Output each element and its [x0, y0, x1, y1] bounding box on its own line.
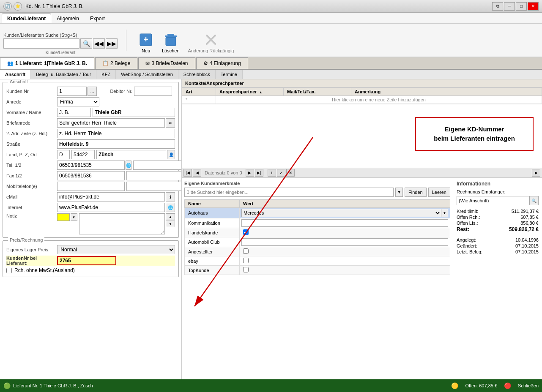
statusbar-left-text: Lieferant Nr. 1 Thiele GbR J. B., Züsch	[13, 383, 93, 388]
eigen-row-handelskunde-name: Handelskunde	[185, 228, 240, 237]
eigen-row-handelskunde-wert[interactable]	[240, 228, 450, 237]
nav-prev-btn[interactable]: ◀	[193, 169, 201, 177]
rch-ohne-mwst-checkbox[interactable]	[6, 268, 12, 273]
anrede-select[interactable]: Firma Herr Frau	[57, 97, 99, 106]
eigen-row-automobil-wert[interactable]	[240, 237, 450, 247]
nav-last-btn[interactable]: ▶|	[255, 169, 263, 177]
aenderung-action: Änderung Rückgängig	[185, 30, 238, 55]
strasse-input[interactable]	[57, 139, 175, 149]
ebay-checkbox[interactable]	[243, 258, 249, 263]
eigen-row-kommunikation-wert[interactable]	[240, 218, 450, 228]
statusbar-schliessen-text[interactable]: Schließen	[518, 383, 539, 388]
notiz-scroll-up[interactable]: ▲	[166, 213, 175, 220]
sub-tab-termine[interactable]: Termine	[216, 70, 243, 79]
section-tab-4[interactable]: ⚙ 4 Einlagerung	[196, 57, 248, 69]
kontakte-header: Kontakte/Ansprechpartner	[182, 79, 542, 87]
section-tab-3[interactable]: ✉ 3 Briefe/Dateien	[138, 57, 195, 69]
kunden-nr-lieferant-input[interactable]	[57, 256, 116, 265]
rechnungs-search-btn[interactable]: 🔍	[529, 196, 539, 205]
section-tab-1[interactable]: 👥 1 Lieferant: 1|Thiele GbR J. B.	[0, 57, 94, 69]
kreditlimit-label: Kreditlimit:	[457, 209, 478, 214]
eigen-row-ebay-name: ebay	[185, 256, 240, 266]
tab-export[interactable]: Export	[85, 14, 110, 23]
internet-icon-btn[interactable]: 🌐	[166, 203, 175, 212]
automobil-input[interactable]	[241, 238, 448, 246]
loeschen-action[interactable]: Löschen	[159, 30, 183, 55]
search-button[interactable]: 🔍	[80, 38, 92, 49]
eigen-leeren-button[interactable]: Leeren	[428, 188, 450, 197]
sub-tab-webshop[interactable]: WebShop / Schnittstellen	[116, 70, 178, 79]
minimize-button[interactable]: ─	[504, 2, 515, 11]
mobil2-input[interactable]	[126, 182, 182, 191]
rechnungs-empfaenger-input[interactable]	[457, 196, 529, 205]
eigen-row-angestellter-wert[interactable]	[240, 247, 450, 256]
ort-input[interactable]	[96, 150, 166, 159]
vorname-input[interactable]	[57, 108, 91, 117]
eigen-row-autohaus-wert[interactable]: Mercedes BMW Audi ▼	[240, 208, 450, 218]
topkunde-checkbox[interactable]	[243, 267, 249, 272]
kunden-nr-input[interactable]	[57, 87, 87, 96]
email-input[interactable]	[57, 192, 165, 201]
kommunikation-input[interactable]	[241, 219, 448, 227]
notiz-textarea[interactable]	[79, 213, 165, 234]
fax1-input[interactable]	[57, 171, 125, 180]
notiz-scroll-down[interactable]: ▼	[166, 220, 175, 227]
kontakte-col-mail: Mail/Tel./Fax.	[284, 88, 351, 96]
tel1-input[interactable]	[57, 161, 125, 170]
nav-first-btn[interactable]: |◀	[183, 169, 192, 177]
briefanrede-edit-btn[interactable]: ✏	[166, 118, 175, 128]
mobil-input[interactable]	[57, 182, 125, 191]
restore-button[interactable]: ⧉	[492, 2, 503, 11]
notiz-dropdown-btn[interactable]: ▼	[71, 213, 77, 221]
name-input[interactable]	[93, 108, 175, 117]
kontakte-add-row[interactable]: Hier klicken um eine neue Zeile hinzuzuf…	[216, 96, 542, 104]
anrede-label: Anrede	[6, 99, 57, 104]
handelskunde-checkbox[interactable]	[243, 229, 249, 235]
nav-check-btn[interactable]: ✓	[277, 169, 285, 177]
land-input[interactable]	[57, 150, 70, 159]
internet-input[interactable]	[57, 203, 165, 212]
close-button[interactable]: ✕	[528, 2, 539, 11]
autohaus-select[interactable]: Mercedes BMW Audi	[241, 209, 441, 217]
sub-tab-beleg[interactable]: Beleg- u. Bankdaten / Tour	[31, 70, 96, 79]
briefanrede-input[interactable]	[57, 118, 165, 128]
adr-zeile-input[interactable]	[57, 129, 175, 138]
debitor-nr-input[interactable]	[134, 87, 172, 96]
search-input[interactable]	[3, 38, 79, 49]
angestellter-checkbox[interactable]	[243, 248, 249, 254]
tab-allgemein[interactable]: Allgemein	[51, 14, 85, 23]
neu-action[interactable]: + Neu	[135, 30, 157, 55]
lager-preis-select[interactable]: .Normal	[57, 245, 175, 254]
maximize-button[interactable]: □	[516, 2, 527, 11]
kunden-nr-btn[interactable]: ...	[88, 87, 97, 96]
tel2-input[interactable]	[133, 161, 182, 170]
nav-add-btn[interactable]: +	[268, 169, 276, 177]
sub-tab-schreibblock[interactable]: Schreibblock	[178, 70, 216, 79]
next-last-button[interactable]: ▶▶	[106, 38, 118, 49]
notiz-color-button[interactable]	[57, 213, 70, 221]
tel1-icon-btn[interactable]: 🌐	[126, 161, 131, 170]
ort-search-btn[interactable]: 👤	[167, 150, 175, 159]
email-icon-btn[interactable]: ℹ	[166, 192, 175, 201]
eigen-row-ebay-wert[interactable]	[240, 256, 450, 266]
sub-tab-anschrift[interactable]: Anschrift	[0, 70, 31, 79]
toolbar: Kunden/Lieferanten Suche (Strg+S) 🔍 ◀◀ ▶…	[0, 24, 542, 57]
nav-right-btn[interactable]: ▶	[532, 169, 540, 177]
fax2-input[interactable]	[126, 171, 182, 180]
eigen-row-topkunde-wert[interactable]	[240, 266, 450, 275]
prev-first-button[interactable]: ◀◀	[93, 38, 105, 49]
nav-x-btn[interactable]: ✕	[286, 169, 295, 177]
eigen-finden-button[interactable]: Finden	[405, 188, 427, 197]
eigen-search-dropdown[interactable]: ▼	[395, 188, 403, 197]
menu-tabs: Kunde/Lieferant Allgemein Export	[0, 13, 542, 24]
plz-input[interactable]	[71, 150, 95, 159]
section-tab-2[interactable]: 📋 2 Belege	[95, 57, 137, 69]
angelegt-value: 10.04.1996	[515, 237, 539, 242]
app-icon-1: 🔄	[3, 2, 12, 11]
tab-kunde-lieferant[interactable]: Kunde/Lieferant	[2, 14, 51, 23]
eigen-search-input[interactable]	[184, 188, 394, 197]
nav-next-btn[interactable]: ▶	[246, 169, 254, 177]
sub-tab-kfz[interactable]: KFZ	[96, 70, 116, 79]
toolbar-group-label: Kunde/Lieferant	[46, 50, 76, 55]
autohaus-dropdown-btn[interactable]: ▼	[441, 209, 448, 217]
